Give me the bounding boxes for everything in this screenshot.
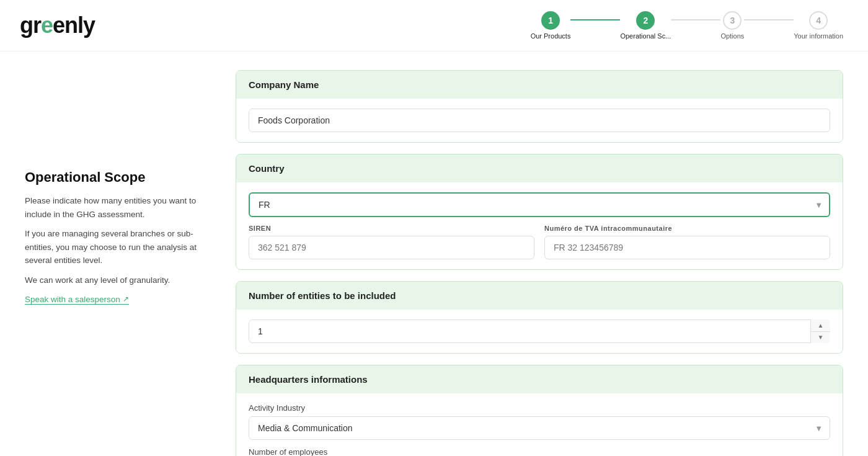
company-name-body xyxy=(236,99,843,142)
entities-decrement-button[interactable]: ▼ xyxy=(811,332,830,344)
country-section: Country ▼ SIREN Numéro de TVA intracommu… xyxy=(236,154,843,270)
company-name-header: Company Name xyxy=(236,71,843,99)
step-circle-3: 3 xyxy=(723,11,742,30)
logo: greenly xyxy=(20,12,95,38)
company-name-input[interactable] xyxy=(249,109,830,132)
entities-section: Number of entities to be included ▲ ▼ xyxy=(236,281,843,354)
speak-with-salesperson-link[interactable]: Speak with a salesperson ↗ xyxy=(25,295,129,305)
siren-row: SIREN Numéro de TVA intracommunautaire xyxy=(249,225,830,259)
tva-input[interactable] xyxy=(544,236,830,259)
step-3: 3 Options xyxy=(720,11,744,40)
hq-section: Headquarters informations Activity Indus… xyxy=(236,365,843,456)
entities-input-wrapper: ▲ ▼ xyxy=(249,320,830,343)
hq-fields: Activity Industry Media & Communication … xyxy=(249,403,830,456)
entities-header: Number of entities to be included xyxy=(236,282,843,310)
step-circle-2: 2 xyxy=(636,11,655,30)
sidebar-para-3: We can work at any level of granularity. xyxy=(25,274,211,287)
siren-label: SIREN xyxy=(249,225,534,232)
activity-field-group: Activity Industry Media & Communication … xyxy=(249,403,830,440)
activity-label: Activity Industry xyxy=(249,403,830,413)
country-input[interactable] xyxy=(249,192,830,217)
step-connector-2 xyxy=(671,19,720,20)
step-connector-3 xyxy=(744,19,794,20)
step-circle-1: 1 xyxy=(541,11,560,30)
activity-select[interactable]: Media & Communication Technology Finance… xyxy=(249,416,830,440)
tva-label: Numéro de TVA intracommunautaire xyxy=(544,225,830,232)
siren-group: SIREN xyxy=(249,225,534,259)
hq-body: Activity Industry Media & Communication … xyxy=(236,393,843,456)
entities-spinners: ▲ ▼ xyxy=(810,320,830,343)
entities-increment-button[interactable]: ▲ xyxy=(811,320,830,332)
step-2: 2 Operational Sc... xyxy=(620,11,671,40)
step-connector-1 xyxy=(570,19,620,20)
step-label-1: Our Products xyxy=(531,32,571,40)
country-select-wrapper: ▼ xyxy=(249,192,830,217)
employees-field-group: Number of employees 1 - 10 10 - 50 50 - … xyxy=(249,447,830,456)
step-4: 4 Your information xyxy=(794,11,843,40)
tva-group: Numéro de TVA intracommunautaire xyxy=(544,225,830,259)
step-label-4: Your information xyxy=(794,32,843,40)
activity-select-wrapper: Media & Communication Technology Finance… xyxy=(249,416,830,440)
step-label-2: Operational Sc... xyxy=(620,32,671,40)
external-link-icon: ↗ xyxy=(123,295,129,303)
step-1: 1 Our Products xyxy=(531,11,571,40)
sidebar-para-2: If you are managing several branches or … xyxy=(25,227,211,267)
form-area: Company Name Country ▼ SIREN xyxy=(236,70,843,456)
country-body: ▼ SIREN Numéro de TVA intracommunautaire xyxy=(236,182,843,269)
logo-text: greenly xyxy=(20,12,95,38)
entities-body: ▲ ▼ xyxy=(236,310,843,353)
sidebar-para-1: Please indicate how many entities you wa… xyxy=(25,194,211,221)
stepper: 1 Our Products 2 Operational Sc... 3 Opt… xyxy=(531,11,843,40)
company-name-section: Company Name xyxy=(236,70,843,143)
siren-input[interactable] xyxy=(249,236,534,259)
hq-header: Headquarters informations xyxy=(236,365,843,393)
header: greenly 1 Our Products 2 Operational Sc.… xyxy=(0,0,868,51)
step-label-3: Options xyxy=(720,32,744,40)
employees-label: Number of employees xyxy=(249,447,830,456)
country-header: Country xyxy=(236,154,843,182)
sidebar-title: Operational Scope xyxy=(25,169,211,186)
entities-input[interactable] xyxy=(249,320,830,343)
sidebar: Operational Scope Please indicate how ma… xyxy=(25,70,211,456)
step-circle-4: 4 xyxy=(809,11,828,30)
main-content: Operational Scope Please indicate how ma… xyxy=(0,51,868,456)
